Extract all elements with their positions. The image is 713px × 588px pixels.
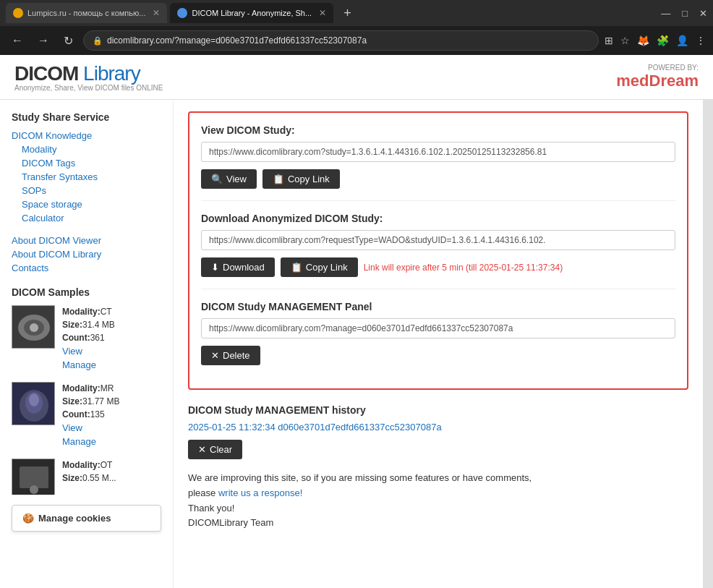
address-text: dicomlibrary.com/?manage=d060e3701d7edfd… (107, 35, 367, 46)
download-button[interactable]: ⬇ Download (201, 257, 275, 277)
management-btn-group: ✕ Delete (201, 346, 675, 365)
manage-cookies-button[interactable]: 🍪 Manage cookies (12, 505, 161, 532)
browser-tab-2[interactable]: DICOM Library - Anonymize, Sh... ✕ (170, 3, 333, 23)
info-link[interactable]: write us a response! (218, 487, 302, 498)
info-line-2: please write us a response! (188, 486, 688, 501)
svg-rect-9 (20, 466, 48, 488)
sample-ct-manage[interactable]: Manage (62, 358, 115, 372)
history-link[interactable]: 2025-01-25 11:32:34 d060e3701d7edfd66133… (188, 422, 688, 433)
sample-ct-view[interactable]: View (62, 344, 115, 358)
sample-thumb-ct (12, 305, 55, 349)
tab-label-2: DICOM Library - Anonymize, Sh... (192, 9, 312, 17)
logo-area: DICOM Library Anonymize, Share, View DIC… (14, 62, 163, 92)
sidebar-item-contacts[interactable]: Contacts (12, 261, 161, 275)
history-section-label: DICOM Study MANAGEMENT history (188, 404, 688, 416)
search-icon: 🔍 (211, 174, 223, 184)
clear-button[interactable]: ✕ Clear (188, 440, 242, 459)
bookmark-icon[interactable]: ☆ (620, 35, 630, 46)
logo: DICOM Library (14, 62, 163, 85)
toolbar-icons: ⊞ ☆ 🦊 🧩 👤 ⋮ (605, 35, 706, 46)
sample-item-ct: Modality:CT Size:31.4 MB Count:361 View … (12, 305, 161, 372)
browser-toolbar: ← → ↻ 🔒 dicomlibrary.com/?manage=d060e37… (0, 26, 713, 55)
copy-link-view-button[interactable]: 📋 Copy Link (262, 169, 340, 189)
download-icon: ⬇ (211, 262, 219, 273)
copy-link-download-button[interactable]: 📋 Copy Link (281, 257, 358, 277)
tab-favicon-1 (13, 8, 23, 18)
divider-1 (201, 200, 675, 201)
logo-subtitle: Anonymize, Share, View DICOM files ONLIN… (14, 84, 163, 92)
maximize-button[interactable]: □ (682, 8, 688, 19)
sample-item-ot: Modality:OT Size:0.55 M... (12, 459, 161, 495)
clear-icon: ✕ (198, 444, 206, 455)
expire-text: Link will expire after 5 min (till 2025-… (364, 263, 563, 273)
sample-mr-manage[interactable]: Manage (62, 435, 119, 448)
refresh-button[interactable]: ↻ (59, 31, 77, 51)
divider-2 (201, 289, 675, 289)
info-please: please (188, 487, 218, 498)
lock-icon: 🔒 (93, 36, 103, 46)
minimize-button[interactable]: — (661, 8, 670, 19)
sidebar-item-about-library[interactable]: About DICOM Library (12, 247, 161, 261)
dicom-samples-title: DICOM Samples (12, 286, 161, 298)
tab-label-1: Lumpics.ru - помощь с компью... (27, 9, 145, 17)
address-bar[interactable]: 🔒 dicomlibrary.com/?manage=d060e3701d7ed… (83, 30, 599, 51)
main-layout: Study Share Service DICOM Knowledge Moda… (0, 100, 713, 588)
browser-titlebar: Lumpics.ru - помощь с компью... ✕ DICOM … (0, 0, 713, 26)
info-line-1: We are improving this site, so if you ar… (188, 471, 688, 486)
sidebar-item-sops[interactable]: SOPs (12, 184, 161, 197)
sample-item-mr: Modality:MR Size:31.77 MB Count:135 View… (12, 382, 161, 448)
user-icon[interactable]: 👤 (676, 35, 688, 46)
info-line-4: DICOMLibrary Team (188, 516, 688, 531)
management-url-input[interactable] (201, 318, 675, 338)
sample-info-ot: Modality:OT Size:0.55 M... (62, 459, 116, 495)
management-section-label: DICOM Study MANAGEMENT Panel (201, 301, 675, 312)
view-btn-group: 🔍 View 📋 Copy Link (201, 169, 675, 189)
browser-chrome: Lumpics.ru - помощь с компью... ✕ DICOM … (0, 0, 713, 55)
tab-favicon-2 (177, 8, 187, 18)
expire-detail: (till 2025-01-25 11:37:34) (466, 263, 563, 273)
sidebar-item-dicom-tags[interactable]: DICOM Tags (12, 156, 161, 170)
sidebar-item-modality[interactable]: Modality (12, 142, 161, 156)
profile-icon[interactable]: 🦊 (637, 35, 649, 46)
sidebar-item-space-storage[interactable]: Space storage (12, 197, 161, 211)
forward-button[interactable]: → (33, 31, 54, 50)
window-controls: — □ ✕ (661, 8, 707, 19)
study-panel: View DICOM Study: 🔍 View 📋 Copy Link Dow… (188, 111, 688, 390)
powered-label: POWERED BY: (616, 64, 699, 72)
sidebar-item-about-viewer[interactable]: About DICOM Viewer (12, 234, 161, 247)
new-tab-button[interactable]: + (339, 6, 356, 21)
download-url-input[interactable] (201, 230, 675, 250)
copy-icon-view: 📋 (273, 174, 284, 184)
copy-link-download-label: Copy Link (306, 262, 348, 273)
delete-button[interactable]: ✕ Delete (201, 346, 260, 365)
back-button[interactable]: ← (7, 31, 27, 50)
powered-area: POWERED BY: medDream (616, 64, 699, 90)
sidebar-section-title: Study Share Service (12, 111, 161, 123)
sample-thumb-mr (12, 382, 55, 425)
sample-thumb-ot (12, 459, 55, 495)
sidebar-item-transfer-syntaxes[interactable]: Transfer Syntaxes (12, 170, 161, 184)
tab-close-1[interactable]: ✕ (153, 8, 160, 18)
page-wrapper: DICOM Library Anonymize, Share, View DIC… (0, 55, 713, 588)
powered-brand: medDream (616, 72, 699, 90)
download-section-label: Download Anonymized DICOM Study: (201, 213, 675, 224)
copy-icon-download: 📋 (291, 262, 302, 273)
extensions-icon[interactable]: 🧩 (657, 35, 669, 46)
sidebar-item-calculator[interactable]: Calculator (12, 211, 161, 225)
sidebar-item-dicom-knowledge[interactable]: DICOM Knowledge (12, 129, 161, 142)
clear-button-label: Clear (210, 444, 232, 455)
sample-info-mr: Modality:MR Size:31.77 MB Count:135 View… (62, 382, 119, 448)
translate-icon[interactable]: ⊞ (605, 35, 613, 46)
browser-tab-1[interactable]: Lumpics.ru - помощь с компью... ✕ (6, 3, 167, 23)
sample-mr-view[interactable]: View (62, 421, 119, 435)
view-button[interactable]: 🔍 View (201, 169, 257, 189)
close-button[interactable]: ✕ (699, 8, 707, 19)
svg-point-7 (29, 393, 39, 406)
view-url-input[interactable] (201, 142, 675, 162)
info-line-3: Thank you! (188, 501, 688, 516)
scrollbar[interactable] (703, 100, 713, 588)
manage-cookies-label: Manage cookies (38, 513, 111, 524)
menu-icon[interactable]: ⋮ (696, 35, 706, 46)
tab-close-2[interactable]: ✕ (319, 8, 326, 18)
delete-button-label: Delete (223, 350, 250, 361)
